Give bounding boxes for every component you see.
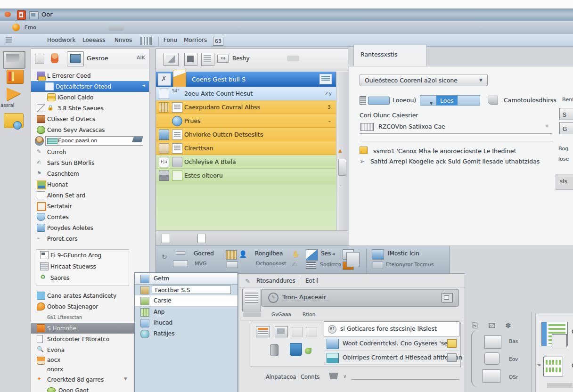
list-row[interactable]: F|a Ochleyise A Btela <box>156 155 336 169</box>
nav-item[interactable]: 🔍 Evona <box>31 344 149 355</box>
option-row[interactable]: Woot Codrenrtcksl. Cno Gyseres 'se <box>324 336 459 351</box>
list-row[interactable]: Estes olteoru <box>156 169 336 182</box>
yellow-checkbox-icon[interactable] <box>360 147 368 154</box>
group-subtitle[interactable]: Etelonyror Tocmus <box>386 261 434 268</box>
menu-badge[interactable]: 63 <box>213 37 223 46</box>
database-icon[interactable] <box>270 344 278 356</box>
group-subtitle[interactable]: Sodirrco <box>320 261 341 268</box>
nav-item[interactable]: Alonn Set ard <box>31 190 149 201</box>
scroll-up-icon[interactable]: ▲ <box>338 148 342 153</box>
nav-item[interactable]: Ooon Gaot <box>31 385 149 392</box>
nav-item[interactable]: L Errosrer Coed <box>31 70 149 81</box>
page-option-icon[interactable] <box>484 352 499 365</box>
scrollbar[interactable]: ▲ – <box>336 72 348 230</box>
list-row[interactable]: Clrerttsan <box>156 141 336 155</box>
nav-item[interactable]: ⌁ Proret.cors <box>31 233 149 244</box>
list-row[interactable]: Prues – <box>156 114 336 128</box>
nav-item[interactable]: 6a1 Lfteesctan <box>31 312 149 323</box>
chart-tool-icon[interactable] <box>164 53 179 66</box>
nav-item[interactable]: 🔒 3.8 Sbte Saeues <box>31 103 149 114</box>
printer-option-icon[interactable] <box>483 369 500 383</box>
send-arrow-icon[interactable] <box>7 88 21 101</box>
menu-table-icon[interactable] <box>140 37 152 45</box>
nav-item[interactable]: aocx <box>31 355 149 365</box>
group-subtitle[interactable]: Dchonosost <box>256 261 286 267</box>
printer-icon[interactable] <box>35 54 44 64</box>
search-bar[interactable]: ✎ Tron- Apaceair <box>261 289 459 307</box>
value-combo[interactable]: ▼ Loes <box>420 95 480 106</box>
nav-item[interactable]: ✎ Curroh <box>31 147 149 157</box>
nav-item[interactable]: Hricaat Stuewss <box>36 261 129 272</box>
group-title[interactable]: Rongilbea <box>255 250 283 257</box>
cells-icon[interactable] <box>226 250 237 260</box>
monitor-icon[interactable] <box>275 326 288 337</box>
dialog-tab[interactable]: Eot [ <box>305 278 319 284</box>
toolbar-widget[interactable] <box>108 25 124 31</box>
tag-tool-icon[interactable]: xa <box>217 55 229 63</box>
fill-tool-icon[interactable] <box>184 53 197 66</box>
nav-item[interactable]: Pooydes Aoletes <box>31 222 149 233</box>
menu-item[interactable]: Loeeass <box>82 37 105 43</box>
popup-item[interactable]: Ratájes <box>135 328 237 339</box>
menu-item[interactable]: Hoodwork <box>47 37 75 43</box>
tray-icon[interactable] <box>227 261 238 268</box>
chart-icon[interactable]: 🗠 <box>488 321 495 330</box>
group-title[interactable]: Gocred <box>194 250 214 257</box>
nav-item-selected-gray[interactable]: S Homofie <box>31 323 141 334</box>
scroll-thumb[interactable] <box>338 159 346 176</box>
nav-item[interactable]: Srdorcooter FRtoratco <box>31 334 149 344</box>
menu-grid-icon[interactable] <box>6 37 12 43</box>
spreadsheet2-icon[interactable] <box>543 357 563 376</box>
chat-icon[interactable] <box>372 249 384 260</box>
nav-item[interactable]: Huonat <box>31 179 149 190</box>
screen-option-icon[interactable] <box>484 335 501 349</box>
refresh-icon[interactable]: ↻ <box>162 253 167 261</box>
list-row[interactable]: Caexpudaro Covrral Albss 3 <box>156 100 336 114</box>
contact-icon[interactable] <box>51 53 58 63</box>
monitor-icon[interactable] <box>3 51 25 69</box>
nav-item[interactable]: ✍ Sars Sun BMorlis <box>31 157 149 168</box>
list-row[interactable]: 54° 2oeu Axte Count Hesut ≠y <box>156 87 336 100</box>
orange-doc-icon[interactable] <box>256 326 270 337</box>
option-list-header[interactable]: 81 si Goticares fore stscsinje lRslest <box>324 321 459 336</box>
popup-item[interactable]: ihucad <box>135 318 237 328</box>
footer-input-line[interactable] <box>352 379 459 380</box>
popup-item[interactable]: Anp <box>135 307 237 318</box>
nav-item[interactable]: Ei 9-GFuncto Arog <box>36 250 129 261</box>
lines-tool-icon[interactable] <box>201 53 214 66</box>
nav-item[interactable]: onorx <box>31 365 149 374</box>
nav-item[interactable]: Cano arates Astandicety <box>31 290 149 301</box>
tray-icon[interactable] <box>329 373 338 379</box>
nav-item[interactable]: IGonol Caldo <box>31 92 149 103</box>
popup-item[interactable]: Getm <box>135 273 237 285</box>
trailing-icon[interactable] <box>447 353 457 362</box>
popup-field[interactable]: Faoctbar S.S <box>152 286 231 294</box>
rules-dropdown[interactable]: Ouieósteco Coorenl a2ol sicone ▼ <box>360 74 488 86</box>
page-icon[interactable] <box>197 234 206 243</box>
group-title[interactable]: IMostic lcin <box>388 250 419 257</box>
display-button[interactable] <box>67 51 84 66</box>
shared-folder-icon[interactable] <box>4 113 24 128</box>
menu-item[interactable]: Morriors <box>184 37 207 43</box>
list-view-icon[interactable] <box>319 74 332 84</box>
nav-item[interactable]: CUisser d Ovtecs <box>31 114 149 124</box>
stamp-icon[interactable]: ⎘ <box>472 321 478 330</box>
nav-item[interactable]: ⚑ Casnchtem <box>31 168 149 179</box>
signature-icon[interactable] <box>158 73 171 86</box>
nav-item[interactable]: Sertatair <box>31 201 149 212</box>
list-row[interactable]: Ohviorke Outtcn Detseslits <box>156 128 336 141</box>
popup-item[interactable]: Carsie <box>135 295 238 307</box>
folder-icon[interactable] <box>7 70 24 84</box>
list-lines-icon[interactable] <box>306 261 316 269</box>
leaf2-icon[interactable]: ✽ <box>505 321 511 330</box>
menu-item[interactable]: Fonu <box>164 37 177 43</box>
flag-blue-icon[interactable] <box>306 249 318 261</box>
nav-item[interactable]: Oobao Stajenagor <box>31 301 149 312</box>
page-icon[interactable] <box>162 234 170 243</box>
speech-bubble-icon[interactable] <box>488 96 498 105</box>
edge-button-g[interactable]: G <box>559 122 573 134</box>
nav-item[interactable]: ♻ Saores <box>36 272 129 284</box>
bucket-icon[interactable] <box>290 343 302 356</box>
target-icon[interactable] <box>442 293 453 302</box>
calendar-input[interactable]: RZCOVbn Satiixoa Cae ✳ <box>360 122 552 134</box>
